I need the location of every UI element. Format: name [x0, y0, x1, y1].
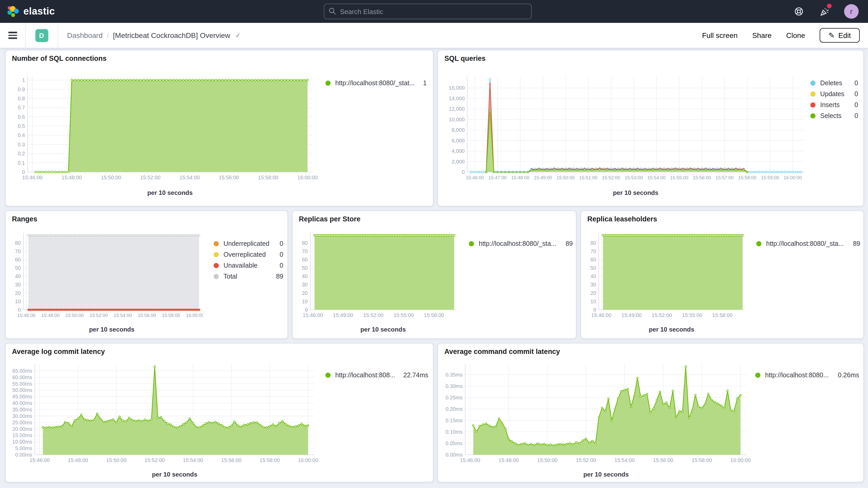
svg-text:15:58:00: 15:58:00 — [692, 457, 712, 463]
legend-item[interactable]: Inserts 0 — [810, 99, 858, 110]
user-avatar[interactable]: r — [844, 4, 859, 19]
search-input[interactable] — [324, 4, 532, 19]
svg-text:15:46:00: 15:46:00 — [18, 313, 36, 318]
svg-text:40: 40 — [15, 273, 21, 279]
svg-text:60: 60 — [15, 257, 21, 263]
legend-value: 89 — [271, 273, 283, 280]
full-screen-button[interactable]: Full screen — [702, 31, 738, 39]
panel-replica-leaseholders: Replica leaseholders 0102030405060708015… — [581, 211, 864, 339]
svg-text:15:54:00: 15:54:00 — [114, 313, 132, 318]
share-button[interactable]: Share — [752, 31, 772, 39]
svg-text:15:50:00: 15:50:00 — [65, 313, 84, 318]
series-color-dot — [810, 113, 815, 118]
svg-text:15:49:00: 15:49:00 — [534, 175, 552, 180]
elastic-logo-home[interactable]: elastic — [0, 5, 121, 18]
legend-item[interactable]: http://localhost:8080... 0.26ms — [755, 369, 859, 380]
svg-text:20: 20 — [590, 290, 596, 296]
legend-item[interactable]: Selects 0 — [810, 110, 858, 121]
legend-value: 0 — [849, 101, 858, 109]
legend-value: 89 — [848, 240, 860, 247]
legend-value: 89 — [560, 240, 573, 247]
legend-item[interactable]: Updates 0 — [810, 88, 858, 99]
svg-text:16:00:00: 16:00:00 — [297, 175, 317, 180]
svg-text:15:54:00: 15:54:00 — [647, 175, 665, 180]
svg-text:15:47:00: 15:47:00 — [488, 175, 506, 180]
svg-text:15:52:00: 15:52:00 — [602, 175, 620, 180]
svg-text:15:56:00: 15:56:00 — [138, 313, 156, 318]
pencil-icon: ✎ — [829, 31, 835, 39]
panel-title[interactable]: Ranges — [12, 215, 37, 223]
panel-title[interactable]: Number of SQL connections — [12, 55, 106, 62]
legend-value: 0 — [274, 251, 283, 258]
title-check-icon[interactable]: ✓ — [236, 32, 241, 39]
legend-item[interactable]: http://localhost:8080/_sta... 89 — [756, 238, 860, 249]
legend-item[interactable]: Unavailable 0 — [214, 260, 283, 271]
svg-text:80: 80 — [590, 240, 596, 246]
svg-text:30: 30 — [15, 282, 21, 287]
legend-item[interactable]: Underreplicated 0 — [214, 238, 283, 249]
clone-button[interactable]: Clone — [786, 31, 805, 39]
chart-number-of-sql-connections[interactable]: 00.10.20.30.40.50.60.70.80.9115:46:0015:… — [8, 66, 317, 197]
svg-text:15:46:00: 15:46:00 — [303, 312, 323, 318]
svg-text:70: 70 — [302, 248, 308, 254]
panel-title[interactable]: Average log commit latency — [12, 348, 105, 356]
legend-item[interactable]: Overreplicated 0 — [214, 249, 283, 260]
search-icon — [329, 7, 336, 15]
svg-text:30: 30 — [302, 282, 308, 287]
svg-text:16:00:00: 16:00:00 — [730, 457, 750, 463]
legend-item[interactable]: Total 89 — [214, 271, 283, 282]
legend-label: http://localhost:808... — [335, 371, 395, 378]
menu-hamburger-icon[interactable] — [0, 23, 26, 48]
svg-text:0.3: 0.3 — [18, 142, 25, 147]
chart-ranges[interactable]: 0102030405060708015:46:0015:48:0015:50:0… — [8, 225, 203, 334]
svg-text:15:49:00: 15:49:00 — [621, 312, 642, 318]
svg-text:15:52:00: 15:52:00 — [145, 457, 165, 463]
svg-text:50: 50 — [590, 265, 596, 271]
legend-label: http://localhost:8080/_stat... — [335, 79, 415, 87]
legend-value: 22.74ms — [398, 371, 428, 378]
series-color-dot — [756, 241, 762, 246]
svg-text:15:50:00: 15:50:00 — [537, 457, 557, 463]
edit-button[interactable]: ✎ Edit — [820, 28, 860, 42]
svg-text:0.30ms: 0.30ms — [445, 383, 463, 389]
svg-text:per 10 seconds: per 10 seconds — [147, 189, 193, 196]
panel-title[interactable]: SQL queries — [444, 55, 486, 62]
panel-title[interactable]: Replicas per Store — [299, 215, 361, 223]
svg-text:15:54:00: 15:54:00 — [183, 457, 203, 463]
legend-item[interactable]: http://localhost:8080/_stat... 1 — [326, 78, 427, 88]
chart-average-command-commit-latency[interactable]: 0.00ms0.05ms0.10ms0.15ms0.20ms0.25ms0.30… — [440, 358, 752, 479]
series-color-dot — [214, 274, 219, 279]
svg-text:15:52:00: 15:52:00 — [652, 312, 672, 318]
panel-title[interactable]: Replica leaseholders — [587, 215, 657, 223]
chart-sql-queries[interactable]: 02,0004,0006,0008,00010,00012,00014,0001… — [440, 66, 807, 197]
svg-text:6,000: 6,000 — [452, 138, 465, 144]
breadcrumb-dashboard-link[interactable]: Dashboard — [67, 31, 103, 39]
page-title: [Metricbeat CockroachDB] Overview — [113, 31, 230, 39]
svg-text:per 10 seconds: per 10 seconds — [361, 326, 406, 333]
svg-text:15:58:00: 15:58:00 — [258, 175, 278, 180]
global-search — [324, 4, 532, 19]
kibana-app: elastic — [0, 0, 868, 488]
svg-text:0: 0 — [593, 307, 596, 313]
chart-replica-leaseholders[interactable]: 0102030405060708015:46:0015:49:0015:52:0… — [583, 225, 747, 334]
svg-text:0.05ms: 0.05ms — [445, 440, 463, 446]
panel-sql-queries: SQL queries 02,0004,0006,0008,00010,0001… — [438, 50, 864, 206]
panel-title[interactable]: Average command commit latency — [444, 348, 560, 356]
svg-text:80: 80 — [15, 240, 21, 246]
chart-replicas-per-store[interactable]: 0102030405060708015:46:0015:49:0015:52:0… — [295, 225, 459, 334]
chart-average-log-commit-latency[interactable]: 0.00ms5.00ms10.00ms15.00ms20.00ms25.00ms… — [8, 358, 320, 479]
svg-text:10.00ms: 10.00ms — [12, 439, 32, 445]
svg-text:15:55:00: 15:55:00 — [394, 312, 414, 318]
newsfeed-icon[interactable] — [818, 6, 830, 17]
svg-text:15:58:00: 15:58:00 — [162, 313, 180, 318]
legend-item[interactable]: http://localhost:808... 22.74ms — [326, 369, 428, 380]
space-selector[interactable]: D — [26, 23, 58, 48]
legend-item[interactable]: http://localhost:8080/_sta... 89 — [469, 238, 573, 249]
svg-text:15:50:00: 15:50:00 — [101, 175, 121, 180]
help-icon[interactable] — [793, 6, 805, 17]
svg-text:15:46:00: 15:46:00 — [591, 312, 612, 318]
svg-text:15:52:00: 15:52:00 — [90, 313, 108, 318]
svg-text:0: 0 — [18, 307, 21, 313]
legend-item[interactable]: Deletes 0 — [810, 78, 858, 88]
svg-text:15:46:00: 15:46:00 — [29, 457, 50, 463]
